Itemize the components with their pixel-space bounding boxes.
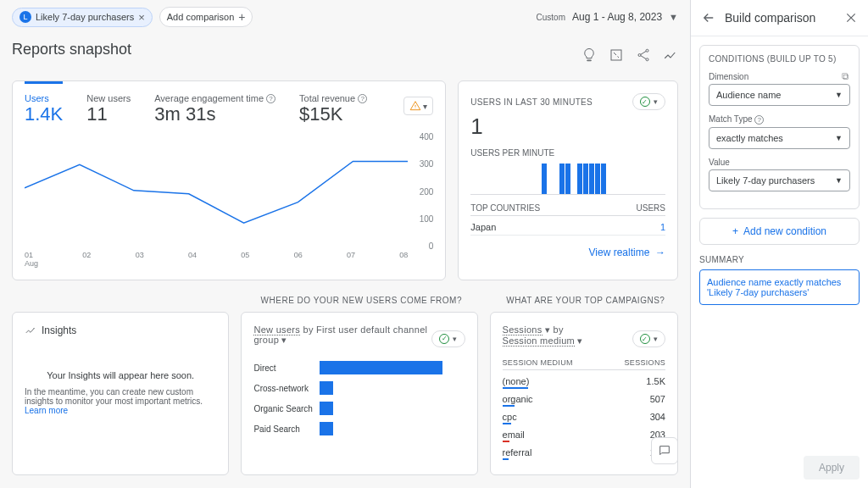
metric-engagement[interactable]: Average engagement time?3m 31s bbox=[154, 93, 275, 125]
lightbulb-icon[interactable] bbox=[581, 47, 597, 63]
channels-bar-chart: DirectCross-networkOrganic SearchPaid Se… bbox=[253, 361, 465, 435]
page-title: Reports snapshot bbox=[12, 41, 131, 58]
card-options-button[interactable]: ▾ bbox=[431, 330, 465, 347]
help-icon[interactable]: ? bbox=[358, 94, 367, 103]
card-options-button[interactable]: ▾ bbox=[632, 93, 665, 110]
apply-button[interactable]: Apply bbox=[804, 456, 860, 480]
help-icon[interactable]: ? bbox=[754, 115, 764, 125]
svg-point-1 bbox=[646, 49, 648, 52]
svg-point-3 bbox=[646, 58, 648, 60]
view-realtime-link[interactable]: View realtime → bbox=[589, 247, 665, 258]
country-row: Japan1 bbox=[470, 219, 665, 236]
feedback-button[interactable] bbox=[651, 437, 678, 464]
insights-icon bbox=[25, 324, 36, 336]
help-icon[interactable]: ? bbox=[266, 94, 275, 103]
add-comparison-button[interactable]: Add comparison + bbox=[159, 7, 253, 27]
section-title: WHERE DO YOUR NEW USERS COME FROM? bbox=[242, 296, 481, 305]
dimension-select[interactable]: Audience name▼ bbox=[709, 84, 850, 106]
trend-icon[interactable] bbox=[663, 47, 678, 63]
channels-selector[interactable]: New users by First user default channel … bbox=[253, 324, 431, 346]
svg-point-2 bbox=[638, 53, 641, 56]
users-line-chart: 4003002001000 01Aug02030405060708 bbox=[25, 132, 433, 268]
chip-label: Likely 7-day purchasers bbox=[36, 12, 134, 22]
svg-rect-5 bbox=[843, 75, 849, 80]
customize-icon[interactable] bbox=[609, 47, 624, 63]
table-row: referral177 bbox=[503, 445, 665, 463]
condition-card: CONDITIONS (BUILD UP TO 5) Dimension Aud… bbox=[699, 45, 860, 209]
channels-card: New users by First user default channel … bbox=[241, 312, 477, 475]
value-select[interactable]: Likely 7-day purchasers▼ bbox=[709, 169, 850, 191]
card-options-button[interactable]: ▾ bbox=[632, 330, 665, 347]
chip-badge: L bbox=[19, 11, 31, 23]
campaigns-selector[interactable]: Sessions ▾ bySession medium ▾ bbox=[503, 324, 583, 347]
section-title: WHAT ARE YOUR TOP CAMPAIGNS? bbox=[493, 296, 678, 305]
learn-more-link[interactable]: Learn more bbox=[25, 406, 68, 415]
match-type-select[interactable]: exactly matches▼ bbox=[709, 127, 850, 149]
svg-point-4 bbox=[34, 328, 35, 329]
close-icon[interactable] bbox=[844, 11, 858, 25]
anomaly-button[interactable]: ▾ bbox=[403, 97, 433, 115]
users-per-minute-chart bbox=[470, 161, 665, 195]
table-row: organic507 bbox=[503, 391, 665, 409]
copy-icon[interactable] bbox=[841, 72, 850, 81]
chevron-down-icon: ▼ bbox=[669, 12, 678, 22]
campaigns-card: Sessions ▾ bySession medium ▾▾ SESSION M… bbox=[490, 312, 678, 475]
back-arrow-icon[interactable] bbox=[701, 10, 716, 25]
date-range-picker[interactable]: Custom Aug 1 - Aug 8, 2023 ▼ bbox=[537, 11, 678, 23]
close-icon[interactable]: × bbox=[138, 11, 145, 24]
comparison-chip[interactable]: L Likely 7-day purchasers × bbox=[12, 8, 153, 27]
insights-card: Insights Your Insights will appear here … bbox=[12, 312, 229, 475]
plus-icon: + bbox=[238, 10, 245, 24]
check-icon bbox=[640, 97, 650, 107]
build-comparison-panel: Build comparison CONDITIONS (BUILD UP TO… bbox=[690, 0, 868, 488]
metric-new-users[interactable]: New users11 bbox=[86, 93, 131, 125]
summary-condition[interactable]: Audience name exactly matches 'Likely 7-… bbox=[699, 269, 860, 305]
table-row: (none)1.5K bbox=[503, 374, 665, 391]
table-row: email203 bbox=[503, 427, 665, 445]
metric-revenue[interactable]: Total revenue?$15K bbox=[299, 93, 367, 125]
add-condition-button[interactable]: + Add new condition bbox=[699, 218, 860, 245]
svg-rect-6 bbox=[843, 74, 848, 79]
realtime-card: USERS IN LAST 30 MINUTES▾ 1 USERS PER MI… bbox=[458, 80, 678, 280]
table-row: cpc304 bbox=[503, 409, 665, 427]
realtime-users-value: 1 bbox=[470, 114, 665, 140]
metric-users[interactable]: Users1.4K bbox=[25, 81, 63, 125]
overview-card: Users1.4K New users11 Average engagement… bbox=[12, 80, 446, 280]
share-icon[interactable] bbox=[636, 47, 651, 63]
